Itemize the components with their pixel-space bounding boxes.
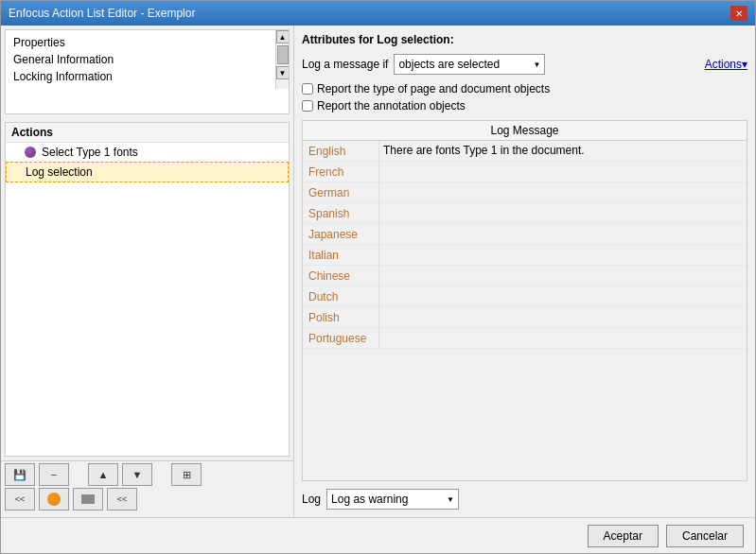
gray-rect-icon bbox=[81, 494, 95, 504]
attributes-title: Attributes for Log selection: bbox=[302, 33, 747, 46]
log-text-cell[interactable] bbox=[378, 224, 747, 244]
log-lang-cell: Dutch bbox=[303, 286, 378, 306]
orange-dot-button[interactable] bbox=[39, 488, 69, 511]
log-row: Spanish bbox=[303, 203, 747, 224]
action-item-log-selection[interactable]: Log selection bbox=[6, 162, 289, 182]
condition-label: Log a message if bbox=[302, 58, 388, 71]
log-row: German bbox=[303, 182, 747, 203]
log-lang-cell: English bbox=[303, 141, 378, 161]
log-text-cell[interactable]: There are fonts Type 1 in the document. bbox=[378, 141, 747, 161]
properties-section: Properties General Information Locking I… bbox=[5, 29, 290, 114]
log-text-cell[interactable] bbox=[378, 266, 747, 286]
log-message-table: Log Message English There are fonts Type… bbox=[302, 120, 747, 481]
properties-item-properties[interactable]: Properties bbox=[8, 34, 273, 51]
dropdown-arrow-icon: ▼ bbox=[533, 61, 540, 69]
scroll-down-arrow[interactable]: ▼ bbox=[276, 66, 290, 79]
minus-icon: − bbox=[51, 469, 57, 480]
log-footer: Log Log as warning ▼ bbox=[302, 489, 747, 510]
log-dropdown[interactable]: Log as warning ▼ bbox=[326, 489, 459, 510]
log-lang-cell: Italian bbox=[303, 245, 378, 265]
log-row: Polish bbox=[303, 307, 747, 328]
actions-section: Actions Select Type 1 fonts Log selectio… bbox=[5, 122, 290, 457]
action-icon-purple bbox=[25, 147, 36, 158]
right-panel: Attributes for Log selection: Log a mess… bbox=[294, 26, 755, 517]
checkbox-label-2: Report the annotation objects bbox=[317, 99, 466, 113]
main-window: Enfocus Action List Editor - Exemplor ✕ … bbox=[0, 0, 756, 554]
log-lang-cell: Chinese bbox=[303, 266, 378, 286]
settings-icon: ⊞ bbox=[183, 469, 191, 481]
remove-button[interactable]: − bbox=[39, 463, 69, 486]
log-lang-cell: Japanese bbox=[303, 224, 378, 244]
log-lang-cell: German bbox=[303, 182, 378, 202]
log-dropdown-value: Log as warning bbox=[331, 493, 408, 506]
action-label-select: Select Type 1 fonts bbox=[42, 146, 138, 159]
action-label-log: Log selection bbox=[26, 165, 93, 179]
orange-dot-icon bbox=[47, 493, 61, 506]
save-icon: 💾 bbox=[13, 469, 26, 481]
title-bar: Enfocus Action List Editor - Exemplor ✕ bbox=[1, 1, 755, 26]
log-text-cell[interactable] bbox=[378, 286, 747, 306]
toolbar-row-1: 💾 − ▲ ▼ ⊞ bbox=[5, 463, 290, 486]
log-rows-container: English There are fonts Type 1 in the do… bbox=[303, 141, 747, 349]
accept-button[interactable]: Aceptar bbox=[588, 525, 659, 547]
condition-dropdown[interactable]: objects are selected ▼ bbox=[394, 54, 545, 75]
log-row: Chinese bbox=[303, 266, 747, 286]
log-text-cell[interactable] bbox=[378, 245, 747, 265]
cancel-button[interactable]: Cancelar bbox=[666, 525, 744, 547]
checkbox-report-annotations[interactable] bbox=[302, 100, 313, 112]
log-text-cell[interactable] bbox=[378, 328, 747, 348]
log-lang-cell: Polish bbox=[303, 307, 378, 327]
properties-item-locking[interactable]: Locking Information bbox=[8, 68, 273, 85]
down-icon: ▼ bbox=[132, 469, 143, 480]
scroll-thumb[interactable] bbox=[277, 45, 289, 64]
log-row: French bbox=[303, 162, 747, 182]
log-row: Portuguese bbox=[303, 328, 747, 349]
close-button[interactable]: ✕ bbox=[730, 6, 747, 21]
main-content: Properties General Information Locking I… bbox=[1, 26, 755, 517]
left-arrow-button[interactable]: << bbox=[5, 488, 35, 511]
log-text-cell[interactable] bbox=[378, 162, 747, 182]
window-footer: Aceptar Cancelar bbox=[1, 517, 755, 553]
action-item-select-type1[interactable]: Select Type 1 fonts bbox=[6, 143, 289, 162]
log-text-cell[interactable] bbox=[378, 203, 747, 223]
actions-list: Select Type 1 fonts Log selection bbox=[6, 143, 289, 456]
properties-item-general[interactable]: General Information bbox=[8, 51, 273, 68]
bottom-toolbar: 💾 − ▲ ▼ ⊞ < bbox=[1, 460, 293, 517]
window-title: Enfocus Action List Editor - Exemplor bbox=[9, 7, 195, 20]
move-up-button[interactable]: ▲ bbox=[88, 463, 118, 486]
checkbox-row-1: Report the type of page and document obj… bbox=[302, 82, 747, 95]
actions-link[interactable]: Actions▾ bbox=[705, 58, 747, 71]
settings-button[interactable]: ⊞ bbox=[171, 463, 202, 486]
checkbox-report-types[interactable] bbox=[302, 83, 313, 95]
log-text-cell[interactable] bbox=[378, 182, 747, 202]
left-panel: Properties General Information Locking I… bbox=[1, 26, 294, 517]
toolbar-row-2: << << bbox=[5, 488, 290, 511]
checkbox-row-2: Report the annotation objects bbox=[302, 99, 747, 113]
condition-row: Log a message if objects are selected ▼ … bbox=[302, 54, 747, 75]
scroll-up-arrow[interactable]: ▲ bbox=[276, 30, 290, 43]
gray-button[interactable] bbox=[73, 488, 103, 511]
checkbox-label-1: Report the type of page and document obj… bbox=[317, 82, 550, 95]
log-row: Italian bbox=[303, 245, 747, 266]
log-lang-cell: Spanish bbox=[303, 203, 378, 223]
log-row: Dutch bbox=[303, 286, 747, 307]
save-button[interactable]: 💾 bbox=[5, 463, 35, 486]
actions-header: Actions bbox=[6, 123, 289, 143]
condition-dropdown-value: objects are selected bbox=[398, 58, 500, 71]
log-lang-cell: French bbox=[303, 162, 378, 182]
left-arrow-icon: << bbox=[15, 494, 26, 504]
log-message-header: Log Message bbox=[303, 121, 747, 141]
move-down-button[interactable]: ▼ bbox=[122, 463, 152, 486]
log-table-body: English There are fonts Type 1 in the do… bbox=[303, 141, 747, 349]
log-lang-cell: Portuguese bbox=[303, 328, 378, 348]
log-row: English There are fonts Type 1 in the do… bbox=[303, 141, 747, 162]
log-row: Japanese bbox=[303, 224, 747, 245]
log-dropdown-arrow-icon: ▼ bbox=[447, 495, 454, 504]
log-footer-label: Log bbox=[302, 493, 321, 506]
log-text-cell[interactable] bbox=[378, 307, 747, 327]
properties-scrollbar[interactable]: ▲ ▼ bbox=[275, 30, 289, 89]
right-arrow-icon: << bbox=[117, 494, 128, 504]
properties-list: Properties General Information Locking I… bbox=[6, 30, 275, 89]
up-icon: ▲ bbox=[98, 469, 109, 480]
right-arrow-button[interactable]: << bbox=[107, 488, 137, 511]
